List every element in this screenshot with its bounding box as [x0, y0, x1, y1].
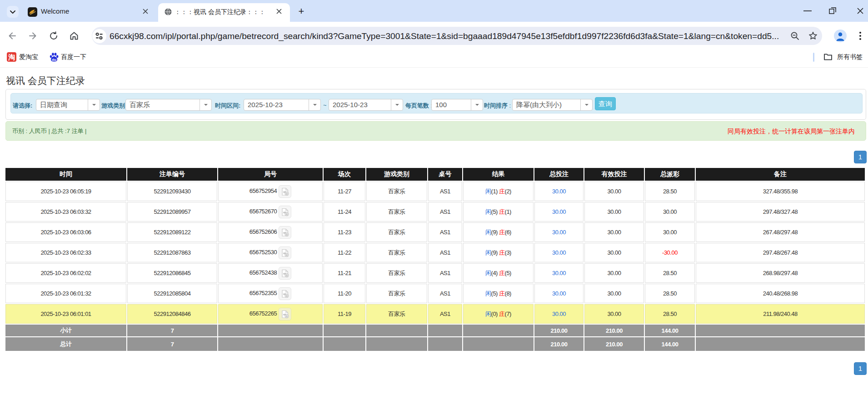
svg-text:du: du [52, 58, 56, 62]
